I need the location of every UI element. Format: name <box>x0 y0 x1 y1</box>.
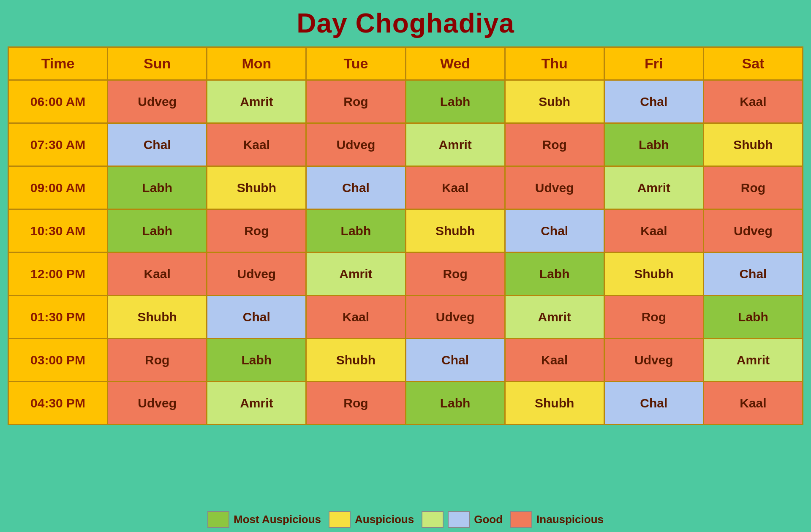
table-row: 06:00 AMUdvegAmritRogLabhSubhChalKaal <box>8 80 803 123</box>
cell-rog: Rog <box>108 339 207 382</box>
time-cell: 07:30 AM <box>8 123 108 166</box>
cell-kaal: Kaal <box>306 296 406 339</box>
legend-item-most-auspicious: Most Auspicious <box>207 511 321 528</box>
col-header-sat: Sat <box>703 47 803 80</box>
cell-shubh: Shubh <box>207 166 306 209</box>
cell-rog: Rog <box>604 296 703 339</box>
col-header-sun: Sun <box>108 47 207 80</box>
legend-color-box <box>510 511 532 528</box>
cell-rog: Rog <box>703 166 803 209</box>
cell-shubh: Shubh <box>505 382 604 425</box>
cell-udveg: Udveg <box>703 209 803 252</box>
col-header-fri: Fri <box>604 47 703 80</box>
col-header-wed: Wed <box>406 47 505 80</box>
cell-rog: Rog <box>306 382 406 425</box>
legend-row: Most AuspiciousAuspiciousGoodInauspiciou… <box>203 505 608 532</box>
cell-chal: Chal <box>207 296 306 339</box>
cell-amrit: Amrit <box>505 296 604 339</box>
cell-amrit: Amrit <box>406 123 505 166</box>
page-title: Day Choghadiya <box>297 8 514 39</box>
cell-rog: Rog <box>505 123 604 166</box>
cell-kaal: Kaal <box>505 339 604 382</box>
cell-shubh: Shubh <box>703 123 803 166</box>
col-header-thu: Thu <box>505 47 604 80</box>
cell-udveg: Udveg <box>108 80 207 123</box>
cell-amrit: Amrit <box>604 166 703 209</box>
cell-labh: Labh <box>108 209 207 252</box>
cell-labh: Labh <box>108 166 207 209</box>
cell-kaal: Kaal <box>604 209 703 252</box>
choghadiya-table: TimeSunMonTueWedThuFriSat 06:00 AMUdvegA… <box>8 46 803 425</box>
cell-labh: Labh <box>207 339 306 382</box>
cell-labh: Labh <box>505 252 604 296</box>
cell-udveg: Udveg <box>406 296 505 339</box>
legend-label: Inauspicious <box>536 513 604 526</box>
cell-rog: Rog <box>406 252 505 296</box>
legend-color-box <box>448 511 470 528</box>
cell-chal: Chal <box>604 80 703 123</box>
col-header-mon: Mon <box>207 47 306 80</box>
legend-item-inauspicious: Inauspicious <box>510 511 604 528</box>
cell-shubh: Shubh <box>108 296 207 339</box>
cell-subh: Subh <box>505 80 604 123</box>
cell-rog: Rog <box>306 80 406 123</box>
table-row: 07:30 AMChalKaalUdvegAmritRogLabhShubh <box>8 123 803 166</box>
col-header-tue: Tue <box>306 47 406 80</box>
cell-chal: Chal <box>108 123 207 166</box>
cell-chal: Chal <box>604 382 703 425</box>
legend-color-box <box>422 511 444 528</box>
col-header-time: Time <box>8 47 108 80</box>
legend-label: Good <box>474 513 503 526</box>
table-row: 10:30 AMLabhRogLabhShubhChalKaalUdveg <box>8 209 803 252</box>
cell-udveg: Udveg <box>306 123 406 166</box>
cell-udveg: Udveg <box>604 339 703 382</box>
table-row: 04:30 PMUdvegAmritRogLabhShubhChalKaal <box>8 382 803 425</box>
cell-kaal: Kaal <box>703 382 803 425</box>
cell-chal: Chal <box>306 166 406 209</box>
cell-udveg: Udveg <box>505 166 604 209</box>
cell-udveg: Udveg <box>207 252 306 296</box>
cell-chal: Chal <box>505 209 604 252</box>
cell-labh: Labh <box>703 296 803 339</box>
cell-chal: Chal <box>703 252 803 296</box>
cell-amrit: Amrit <box>306 252 406 296</box>
time-cell: 01:30 PM <box>8 296 108 339</box>
legend-label: Auspicious <box>355 513 414 526</box>
legend-label: Most Auspicious <box>234 513 321 526</box>
time-cell: 04:30 PM <box>8 382 108 425</box>
cell-shubh: Shubh <box>406 209 505 252</box>
time-cell: 12:00 PM <box>8 252 108 296</box>
time-cell: 09:00 AM <box>8 166 108 209</box>
cell-labh: Labh <box>306 209 406 252</box>
cell-kaal: Kaal <box>108 252 207 296</box>
table-row: 01:30 PMShubhChalKaalUdvegAmritRogLabh <box>8 296 803 339</box>
cell-amrit: Amrit <box>703 339 803 382</box>
legend-item-good: Good <box>422 511 503 528</box>
cell-labh: Labh <box>406 382 505 425</box>
cell-labh: Labh <box>604 123 703 166</box>
table-container: TimeSunMonTueWedThuFriSat 06:00 AMUdvegA… <box>8 46 803 505</box>
legend-item-auspicious: Auspicious <box>329 511 414 528</box>
cell-amrit: Amrit <box>207 382 306 425</box>
table-row: 09:00 AMLabhShubhChalKaalUdvegAmritRog <box>8 166 803 209</box>
table-row: 12:00 PMKaalUdvegAmritRogLabhShubhChal <box>8 252 803 296</box>
legend-color-box <box>329 511 351 528</box>
cell-udveg: Udveg <box>108 382 207 425</box>
time-cell: 06:00 AM <box>8 80 108 123</box>
table-row: 03:00 PMRogLabhShubhChalKaalUdvegAmrit <box>8 339 803 382</box>
cell-shubh: Shubh <box>306 339 406 382</box>
cell-labh: Labh <box>406 80 505 123</box>
cell-shubh: Shubh <box>604 252 703 296</box>
page-wrapper: Day Choghadiya TimeSunMonTueWedThuFriSat… <box>0 0 811 532</box>
time-cell: 10:30 AM <box>8 209 108 252</box>
cell-kaal: Kaal <box>406 166 505 209</box>
cell-kaal: Kaal <box>703 80 803 123</box>
cell-kaal: Kaal <box>207 123 306 166</box>
time-cell: 03:00 PM <box>8 339 108 382</box>
cell-chal: Chal <box>406 339 505 382</box>
legend-color-box <box>207 511 229 528</box>
cell-amrit: Amrit <box>207 80 306 123</box>
cell-rog: Rog <box>207 209 306 252</box>
